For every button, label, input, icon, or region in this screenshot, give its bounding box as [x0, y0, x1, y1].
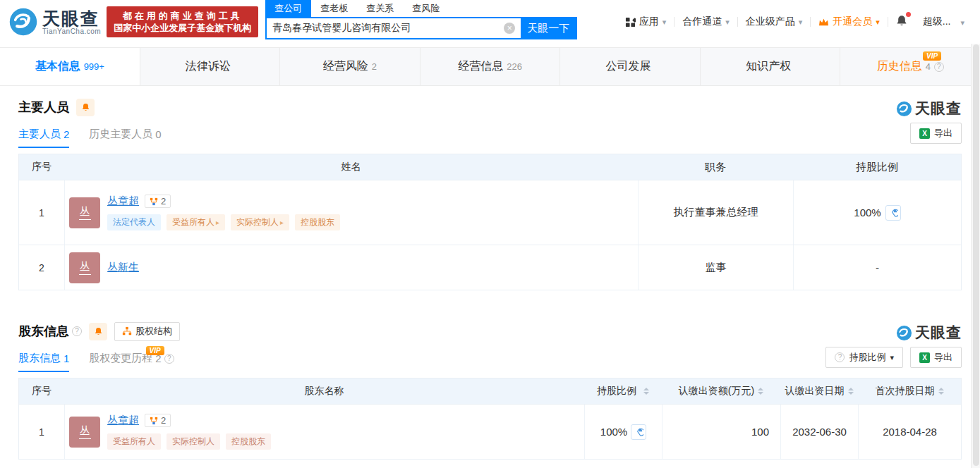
search-tab-boss[interactable]: 查老板	[311, 0, 357, 17]
top-nav: 应用 ▾ 合作通道 ▾ 企业级产品 ▾ 开通会员 ▾	[617, 15, 967, 30]
tag-actual-controller[interactable]: 实际控制人 ▸	[231, 214, 289, 230]
search-tab-risk[interactable]: 查风险	[403, 0, 449, 17]
notification-bell[interactable]	[888, 15, 915, 30]
tab-basic-info[interactable]: 基本信息 999+	[0, 48, 140, 85]
tag-controlling-shareholder[interactable]: 控股股东	[295, 214, 340, 230]
staff-export-button[interactable]: X 导出	[910, 123, 962, 144]
shareholder-export-button[interactable]: X 导出	[910, 347, 962, 368]
page: 天眼查 TianYanCha.com 都在用的商业查询工具 国家中小企业发展子基…	[0, 0, 980, 468]
subtab-history-staff[interactable]: 历史主要人员 0	[89, 128, 161, 148]
related-companies-badge[interactable]: 2	[145, 195, 171, 208]
bell-icon	[81, 103, 90, 112]
tag-actual-controller[interactable]: 实际控制人	[167, 433, 220, 450]
tianyancha-logo[interactable]: 天眼查 TianYanCha.com	[8, 7, 101, 37]
sort-icon	[938, 388, 944, 395]
nav-apps-label: 应用	[639, 16, 659, 28]
tianyancha-watermark: 天眼查	[896, 323, 962, 343]
staff-section-title: 主要人员	[18, 99, 69, 116]
col-header-ratio[interactable]: 持股比例	[584, 378, 662, 404]
tab-count: 226	[507, 61, 522, 72]
nav-enterprise-label: 企业级产品	[746, 16, 795, 28]
search-input[interactable]	[267, 18, 504, 38]
col-header-first-holding-date[interactable]: 首次持股日期	[858, 378, 961, 404]
chevron-down-icon: ▾	[663, 18, 667, 27]
tab-label: 公司发展	[606, 59, 651, 74]
excel-icon: X	[919, 352, 930, 363]
scrollbar[interactable]	[971, 44, 980, 468]
search-tab-relation[interactable]: 查关系	[357, 0, 403, 17]
pie-chart-button[interactable]	[631, 424, 646, 440]
sort-icon	[643, 388, 649, 395]
table-row: 2 丛 丛新生 监事 -	[19, 245, 961, 290]
chevron-down-icon: ▾	[890, 353, 894, 362]
help-icon[interactable]: ?	[934, 62, 944, 72]
nav-apps[interactable]: 应用 ▾	[617, 16, 674, 28]
tag-legal-representative[interactable]: 法定代表人	[107, 214, 161, 230]
nav-account-caret[interactable]: ▾	[952, 16, 967, 27]
watermark-text: 天眼查	[915, 323, 962, 343]
clear-icon[interactable]: ×	[504, 23, 515, 34]
staff-monitor-bell-button[interactable]	[76, 99, 95, 116]
nav-enterprise[interactable]: 企业级产品 ▾	[738, 16, 811, 28]
graph-icon	[150, 197, 158, 206]
person-name-link[interactable]: 丛新生	[107, 261, 139, 273]
tag-controlling-shareholder[interactable]: 控股股东	[226, 433, 271, 450]
staff-section-header: 主要人员 天眼查	[18, 97, 962, 117]
col-header-subscription-date[interactable]: 认缴出资日期	[780, 378, 858, 404]
tianyancha-logo-icon	[896, 325, 912, 341]
position-cell: 执行董事兼总经理	[638, 180, 793, 245]
shareholder-monitor-bell-button[interactable]	[89, 323, 107, 340]
org-chart-icon	[122, 326, 132, 336]
person-name-link[interactable]: 丛章超	[107, 414, 139, 427]
bell-icon	[94, 327, 103, 336]
tab-business-info[interactable]: 经营信息 226	[421, 48, 561, 85]
nav-vip[interactable]: 开通会员 ▾	[811, 16, 888, 28]
content: 主要人员 天眼查 主要人员 2 历	[0, 97, 980, 460]
nav-cooperation[interactable]: 合作通道 ▾	[674, 16, 737, 28]
staff-controls: X 导出	[910, 123, 962, 144]
tag-beneficiary[interactable]: 受益所有人 ▸	[167, 214, 225, 230]
search-tab-company[interactable]: 查公司	[265, 0, 311, 17]
brand-domain: TianYanCha.com	[42, 27, 101, 35]
help-icon[interactable]: ?	[72, 326, 82, 336]
tab-company-development[interactable]: 公司发展	[560, 48, 701, 85]
nav-cooperation-label: 合作通道	[682, 16, 722, 28]
subtab-equity-change-history[interactable]: VIP 股权变更历程 2 ?	[89, 352, 174, 372]
person-name-link[interactable]: 丛章超	[107, 195, 139, 208]
tag-beneficiary[interactable]: 受益所有人	[107, 433, 161, 450]
col-header-subscribed-amount[interactable]: 认缴出资额(万元)	[662, 378, 780, 404]
row-index: 2	[19, 245, 64, 290]
tab-legal[interactable]: 法律诉讼	[140, 48, 281, 85]
tab-intellectual-property[interactable]: 知识产权	[701, 48, 841, 85]
subtab-current-staff[interactable]: 主要人员 2	[18, 128, 69, 148]
nav-account-label: 超级...	[923, 16, 951, 28]
ratio-filter-label: 持股比例	[849, 351, 885, 364]
col-header-index: 序号	[19, 154, 64, 180]
vip-badge: VIP	[146, 346, 164, 355]
help-icon[interactable]: ?	[164, 354, 174, 364]
chevron-down-icon: ▾	[876, 18, 880, 27]
tab-label: 基本信息	[35, 59, 80, 74]
chevron-down-icon: ▾	[960, 18, 964, 27]
tab-label: 经营信息	[458, 59, 503, 74]
avatar: 丛	[69, 197, 100, 228]
scrollbar-thumb[interactable]	[973, 44, 979, 466]
related-companies-badge[interactable]: 2	[145, 414, 171, 427]
pie-chart-button[interactable]	[885, 205, 901, 221]
sort-icon	[758, 388, 763, 395]
tab-operating-risk[interactable]: 经营风险 2	[280, 48, 421, 85]
ratio-cell: -	[793, 245, 961, 290]
subtab-shareholder-info[interactable]: 股东信息 1	[18, 352, 69, 372]
nav-account[interactable]: 超级...	[915, 16, 952, 28]
equity-structure-button[interactable]: 股权结构	[114, 322, 180, 341]
promo-banner: 都在用的商业查询工具 国家中小企业发展子基金旗下机构	[107, 6, 258, 37]
equity-structure-label: 股权结构	[135, 325, 172, 338]
promo-line2: 国家中小企业发展子基金旗下机构	[114, 22, 251, 34]
ratio-filter-dropdown[interactable]: ? 持股比例 ▾	[825, 347, 903, 368]
search-button[interactable]: 天眼一下	[521, 18, 576, 38]
tab-history-info[interactable]: VIP 历史信息 4 ?	[840, 48, 980, 85]
ratio-value: 100%	[600, 426, 627, 438]
shareholder-section-title: 股东信息	[18, 323, 69, 340]
subtab-count: 2	[63, 128, 69, 140]
search-area: 查公司 查老板 查关系 查风险 × 天眼一下	[265, 0, 577, 39]
